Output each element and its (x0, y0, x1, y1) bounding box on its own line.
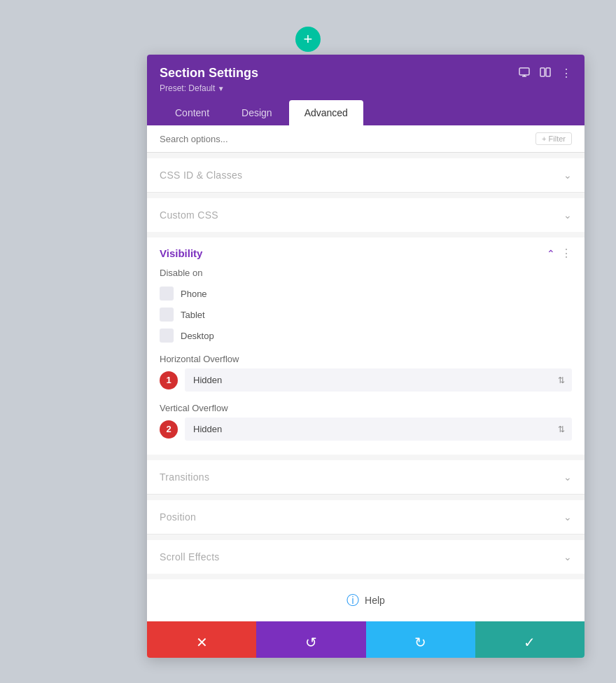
position-toggle[interactable]: ⌄ (564, 511, 572, 523)
scroll-effects-section: Scroll Effects ⌄ (147, 540, 584, 574)
transitions-toggle[interactable]: ⌄ (564, 471, 572, 483)
css-id-classes-section: CSS ID & Classes ⌄ (147, 158, 584, 192)
checkbox-tablet-row: Tablet (160, 308, 572, 322)
scroll-effects-toggle[interactable]: ⌄ (564, 551, 572, 563)
section-settings-panel: Section Settings (147, 55, 584, 658)
tab-design[interactable]: Design (226, 100, 288, 125)
vertical-overflow-select-wrapper: Hidden Default Visible Scroll Auto ⇅ (185, 418, 572, 441)
panel-header-icons: ⋮ (519, 67, 572, 80)
bottom-sections: Transitions ⌄ Position ⌄ Scroll Effects (147, 460, 584, 574)
phone-label: Phone (181, 289, 207, 299)
panel-header: Section Settings (147, 55, 584, 125)
visibility-section: Visibility ⌃ ⋮ Disable on Phone Tablet (147, 237, 584, 455)
divider-2 (147, 494, 584, 495)
position-section: Position ⌄ (147, 500, 584, 534)
filter-button[interactable]: + Filter (536, 132, 572, 145)
checkbox-phone-row: Phone (160, 287, 572, 301)
visibility-more-icon[interactable]: ⋮ (561, 248, 572, 259)
css-id-classes-label: CSS ID & Classes (160, 170, 242, 181)
action-bar: ✕ ↺ ↻ ✓ (147, 621, 584, 658)
desktop-label: Desktop (181, 331, 214, 341)
css-id-classes-toggle[interactable]: ⌄ (564, 170, 572, 181)
help-row: ⓘ Help (147, 579, 584, 621)
confirm-button[interactable]: ✓ (475, 621, 584, 658)
reset-button[interactable]: ↺ (256, 621, 365, 658)
panel-body: + Filter CSS ID & Classes ⌄ Custom CSS ⌄ (147, 125, 584, 658)
visibility-actions: ⌃ ⋮ (547, 248, 572, 259)
cancel-button[interactable]: ✕ (147, 621, 256, 658)
phone-checkbox[interactable] (160, 287, 174, 301)
visibility-toggle[interactable]: ⌃ (547, 248, 555, 259)
more-options-icon[interactable]: ⋮ (561, 67, 572, 80)
divider-1 (147, 192, 584, 193)
vertical-overflow-badge: 2 (160, 420, 178, 439)
panel-title: Section Settings (160, 66, 258, 81)
checkbox-desktop-row: Desktop (160, 329, 572, 343)
tab-content[interactable]: Content (160, 100, 225, 125)
screen-icon[interactable] (519, 67, 530, 80)
horizontal-overflow-label: Horizontal Overflow (160, 354, 572, 364)
custom-css-label: Custom CSS (160, 209, 218, 221)
help-icon: ⓘ (346, 592, 359, 609)
columns-icon[interactable] (540, 67, 551, 80)
horizontal-overflow-select[interactable]: Hidden Default Visible Scroll Auto (185, 368, 572, 392)
svg-rect-4 (546, 68, 550, 76)
page-wrapper: + Section Settings (0, 14, 616, 683)
horizontal-overflow-select-wrapper: Hidden Default Visible Scroll Auto ⇅ (185, 368, 572, 392)
transitions-section: Transitions ⌄ (147, 460, 584, 494)
panel-header-top: Section Settings (160, 66, 572, 81)
vertical-overflow-group: Vertical Overflow 2 Hidden Default Visib… (160, 403, 572, 441)
custom-css-toggle[interactable]: ⌄ (564, 209, 572, 221)
horizontal-overflow-row: 1 Hidden Default Visible Scroll Auto ⇅ (160, 368, 572, 392)
svg-rect-0 (519, 68, 529, 75)
tab-advanced[interactable]: Advanced (289, 100, 363, 125)
transitions-label: Transitions (160, 471, 209, 483)
tabs-bar: Content Design Advanced (160, 100, 572, 125)
disable-on-label: Disable on (160, 268, 572, 278)
horizontal-overflow-group: Horizontal Overflow 1 Hidden Default Vis… (160, 354, 572, 392)
horizontal-overflow-badge: 1 (160, 371, 178, 389)
divider-3 (147, 534, 584, 534)
redo-button[interactable]: ↻ (366, 621, 475, 658)
visibility-header: Visibility ⌃ ⋮ (160, 237, 572, 268)
vertical-overflow-select[interactable]: Hidden Default Visible Scroll Auto (185, 418, 572, 441)
svg-rect-3 (540, 68, 545, 76)
add-section-button[interactable]: + (295, 27, 321, 52)
desktop-checkbox[interactable] (160, 329, 174, 343)
vertical-overflow-label: Vertical Overflow (160, 403, 572, 413)
vertical-overflow-row: 2 Hidden Default Visible Scroll Auto ⇅ (160, 418, 572, 441)
search-input[interactable] (160, 134, 536, 144)
scroll-effects-label: Scroll Effects (160, 551, 220, 563)
position-label: Position (160, 511, 196, 523)
custom-css-section: Custom CSS ⌄ (147, 198, 584, 232)
preset-label: Preset: Default ▼ (160, 83, 572, 93)
help-label: Help (365, 595, 385, 606)
tablet-checkbox[interactable] (160, 308, 174, 322)
search-bar: + Filter (147, 125, 584, 153)
tablet-label: Tablet (181, 310, 205, 320)
visibility-title: Visibility (160, 247, 202, 259)
